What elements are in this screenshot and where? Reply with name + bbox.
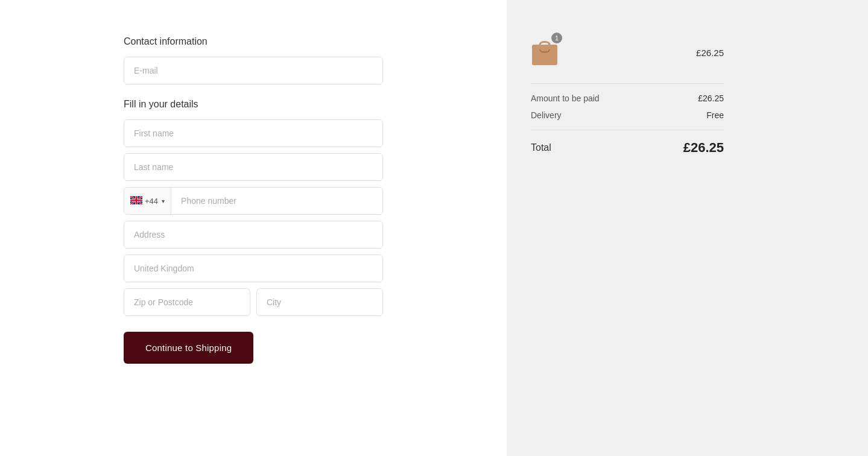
details-section-subtitle: Fill in your details <box>124 99 383 110</box>
chevron-down-icon: ▾ <box>162 198 165 204</box>
last-name-group <box>124 153 383 181</box>
zip-group <box>124 288 250 316</box>
phone-prefix-text: +44 <box>145 197 158 206</box>
uk-flag-icon <box>130 196 142 206</box>
right-panel: 1 £26.25 Amount to be paid £26.25 Delive… <box>507 0 868 456</box>
address-input[interactable] <box>124 221 383 249</box>
order-item-row: 1 £26.25 <box>531 36 724 69</box>
svg-rect-1 <box>532 45 557 65</box>
email-group <box>124 57 383 84</box>
delivery-label: Delivery <box>531 110 562 120</box>
delivery-value: Free <box>706 110 724 120</box>
amount-row: Amount to be paid £26.25 <box>531 93 724 103</box>
item-price: £26.25 <box>696 48 724 58</box>
form-container: Contact information Fill in your details <box>124 36 383 420</box>
total-divider <box>531 130 724 130</box>
address-group <box>124 221 383 249</box>
first-name-group <box>124 119 383 147</box>
phone-prefix-selector[interactable]: +44 ▾ <box>124 188 171 214</box>
email-input[interactable] <box>124 57 383 84</box>
phone-input[interactable] <box>171 188 382 214</box>
order-summary: 1 £26.25 Amount to be paid £26.25 Delive… <box>531 36 724 156</box>
delivery-row: Delivery Free <box>531 110 724 120</box>
zip-city-row <box>124 288 383 322</box>
country-input[interactable] <box>124 255 383 282</box>
continue-to-shipping-button[interactable]: Continue to Shipping <box>124 332 253 364</box>
city-group <box>256 288 383 316</box>
total-value: £26.25 <box>683 140 724 156</box>
zip-input[interactable] <box>124 288 250 316</box>
amount-label: Amount to be paid <box>531 93 600 103</box>
country-group <box>124 255 383 282</box>
last-name-input[interactable] <box>124 153 383 181</box>
total-row: Total £26.25 <box>531 140 724 156</box>
item-badge: 1 <box>551 33 562 43</box>
item-image-wrapper: 1 <box>531 36 559 69</box>
city-input[interactable] <box>256 288 383 316</box>
amount-value: £26.25 <box>698 93 724 103</box>
contact-section-title: Contact information <box>124 36 383 47</box>
phone-group: +44 ▾ <box>124 187 383 215</box>
first-name-input[interactable] <box>124 119 383 147</box>
total-label: Total <box>531 142 551 153</box>
phone-wrapper: +44 ▾ <box>124 187 383 215</box>
left-panel: Contact information Fill in your details <box>0 0 507 456</box>
order-divider <box>531 83 724 84</box>
